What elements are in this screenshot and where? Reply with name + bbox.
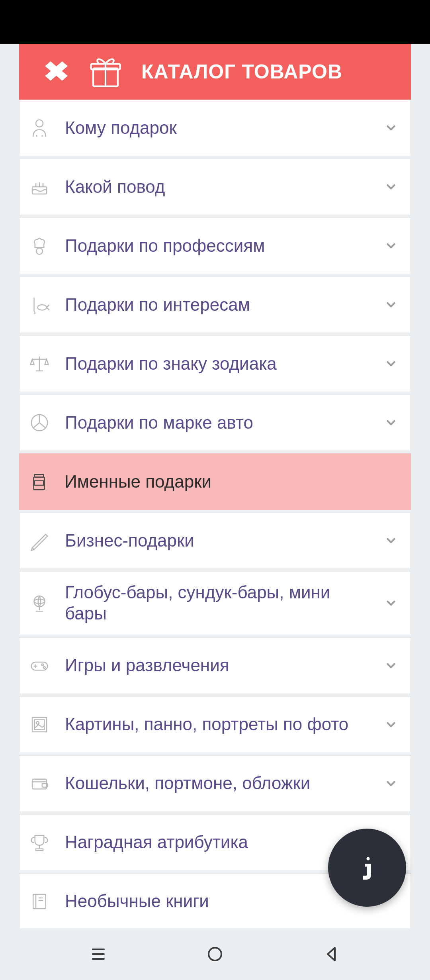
gift-icon (86, 52, 125, 92)
globe-icon (27, 591, 51, 615)
catalog-panel: ✖ КАТАЛОГ ТОВАРОВ Кому подарокКакой пово… (19, 44, 411, 928)
svg-point-17 (34, 596, 45, 607)
trophy-icon (27, 831, 51, 855)
category-item[interactable]: Какой повод (19, 159, 411, 215)
catalog-title: КАТАЛОГ ТОВАРОВ (141, 60, 342, 83)
svg-rect-31 (33, 894, 46, 909)
svg-rect-25 (35, 719, 45, 729)
close-icon[interactable]: ✖ (43, 58, 70, 85)
android-nav-bar (0, 928, 430, 980)
chevron-down-icon (381, 416, 401, 429)
svg-point-3 (36, 120, 43, 127)
category-item[interactable]: Подарки по марке авто (19, 394, 411, 451)
svg-rect-4 (32, 187, 47, 194)
screen-root: ✖ КАТАЛОГ ТОВАРОВ Кому подарокКакой пово… (0, 0, 430, 980)
chevron-down-icon (381, 239, 401, 253)
category-item[interactable]: Кошельки, портмоне, обложки (19, 755, 411, 812)
pen-icon (27, 529, 51, 553)
painting-icon (27, 713, 51, 737)
car-logo-icon (27, 411, 51, 435)
person-icon (27, 116, 51, 140)
category-item[interactable]: Глобус-бары, сундук-бары, мини бары (19, 571, 411, 635)
chevron-down-icon (381, 777, 401, 790)
chevron-down-icon (381, 121, 401, 135)
chat-fab[interactable] (328, 829, 406, 907)
svg-point-8 (36, 248, 43, 255)
chevron-down-icon (381, 596, 401, 610)
chevron-down-icon (381, 357, 401, 370)
category-label: Картины, панно, портреты по фото (65, 714, 367, 735)
svg-point-18 (34, 599, 45, 604)
svg-point-42 (209, 948, 221, 960)
cake-icon (27, 175, 51, 199)
svg-rect-14 (34, 477, 45, 490)
category-item[interactable]: Подарки по знаку зодиака (19, 335, 411, 392)
svg-point-26 (36, 721, 39, 724)
category-label: Какой повод (65, 176, 367, 198)
category-item[interactable]: Подарки по интересам (19, 276, 411, 333)
chevron-down-icon (381, 298, 401, 312)
chevron-down-icon (381, 534, 401, 547)
gamepad-icon (27, 654, 51, 678)
category-label: Бизнес-подарки (65, 530, 367, 551)
wallet-icon (27, 772, 51, 796)
catalog-header: ✖ КАТАЛОГ ТОВАРОВ (19, 44, 411, 100)
category-item[interactable]: Бизнес-подарки (19, 512, 411, 569)
nav-back-button[interactable] (320, 942, 344, 966)
svg-rect-16 (35, 481, 44, 485)
category-item[interactable]: Подарки по профессиям (19, 218, 411, 274)
android-status-bar (0, 0, 430, 44)
category-label: Глобус-бары, сундук-бары, мини бары (65, 582, 367, 624)
category-label: Кошельки, портмоне, обложки (65, 773, 367, 794)
chef-icon (27, 234, 51, 258)
category-label: Подарки по знаку зодиака (65, 353, 367, 374)
svg-point-9 (38, 305, 47, 310)
svg-point-23 (43, 666, 45, 668)
nav-home-button[interactable] (203, 942, 227, 966)
chevron-down-icon (381, 180, 401, 194)
category-item[interactable]: Картины, панно, портреты по фото (19, 696, 411, 753)
category-item[interactable]: Именные подарки (19, 453, 411, 510)
category-label: Именные подарки (64, 471, 401, 492)
category-label: Кому подарок (65, 118, 367, 139)
jar-icon (27, 470, 51, 494)
svg-point-22 (42, 664, 44, 666)
app-content: ✖ КАТАЛОГ ТОВАРОВ Кому подарокКакой пово… (0, 44, 430, 928)
category-item[interactable]: Кому подарок (19, 100, 411, 156)
category-label: Подарки по марке авто (65, 412, 367, 433)
scales-icon (27, 352, 51, 376)
category-label: Подарки по профессиям (65, 235, 367, 257)
category-label: Подарки по интересам (65, 294, 367, 316)
chevron-down-icon (381, 718, 401, 731)
svg-rect-30 (36, 849, 43, 851)
fishing-icon (27, 293, 51, 317)
category-label: Наградная атрибутика (65, 832, 367, 853)
chevron-down-icon (381, 659, 401, 672)
svg-rect-15 (35, 474, 44, 477)
category-item[interactable]: Игры и развлечения (19, 637, 411, 694)
category-label: Игры и развлечения (65, 655, 367, 676)
catalog-list: Кому подарокКакой поводПодарки по профес… (19, 100, 411, 928)
book-icon (27, 890, 51, 913)
nav-recent-button[interactable] (86, 942, 110, 966)
svg-point-38 (367, 857, 370, 860)
